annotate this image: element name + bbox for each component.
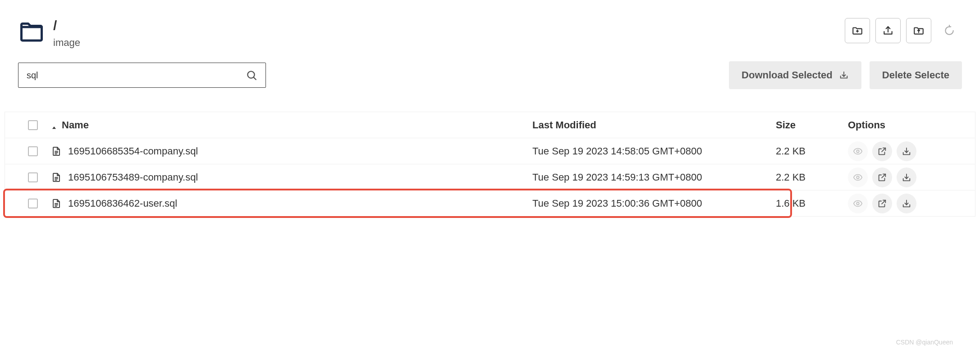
svg-point-8 [856,150,859,153]
table-header: Name Last Modified Size Options [5,112,975,138]
row-checkbox[interactable] [28,199,38,208]
upload-folder-button[interactable] [906,18,931,43]
col-options-label: Options [848,119,885,131]
download-button[interactable] [897,141,916,161]
table-row[interactable]: 1695106685354-company.sqlTue Sep 19 2023… [5,138,975,164]
bulk-actions: Download Selected Delete Selecte [729,61,962,89]
svg-marker-4 [52,127,56,129]
delete-selected-label: Delete Selecte [882,69,949,81]
file-icon [51,146,62,157]
path-root[interactable]: / [53,18,80,33]
table-row[interactable]: 1695106753489-company.sqlTue Sep 19 2023… [5,164,975,190]
col-modified-label: Last Modified [532,119,596,131]
file-name: 1695106685354-company.sql [68,145,198,157]
delete-selected-button[interactable]: Delete Selecte [870,61,962,89]
download-selected-label: Download Selected [742,69,833,81]
file-icon [51,198,62,209]
select-all-checkbox[interactable] [28,120,38,130]
file-size: 2.2 KB [776,172,806,183]
sort-asc-icon [51,122,57,128]
path-sub[interactable]: image [53,37,80,49]
controls-row: Download Selected Delete Selecte [0,49,980,89]
top-bar: / image [0,0,980,49]
upload-button[interactable] [875,18,901,43]
new-folder-button[interactable] [845,18,870,43]
download-button[interactable] [897,167,916,187]
row-checkbox[interactable] [28,146,38,156]
refresh-button[interactable] [937,18,962,43]
row-checkbox[interactable] [28,172,38,182]
file-size: 1.6 KB [776,198,806,209]
svg-point-16 [856,202,859,205]
preview-button[interactable] [848,167,868,187]
file-modified: Tue Sep 19 2023 15:00:36 GMT+0800 [532,198,702,209]
toolbar-actions [845,18,962,43]
svg-line-3 [254,77,256,80]
share-button[interactable] [872,141,892,161]
download-selected-button[interactable]: Download Selected [729,61,861,89]
preview-button[interactable] [848,141,868,161]
col-name-header[interactable]: Name [51,119,532,131]
table-row[interactable]: 1695106836462-user.sqlTue Sep 19 2023 15… [5,190,975,217]
breadcrumb: / image [18,18,80,49]
search-input[interactable] [27,70,246,81]
search-box[interactable] [18,63,266,88]
svg-point-12 [856,176,859,179]
file-size: 2.2 KB [776,145,806,157]
download-button[interactable] [897,194,916,213]
share-button[interactable] [872,167,892,187]
preview-button[interactable] [848,194,868,213]
col-name-label: Name [62,119,89,131]
path-block: / image [53,18,80,49]
file-name: 1695106753489-company.sql [68,172,198,183]
file-table: Name Last Modified Size Options 16951066… [5,112,975,217]
file-modified: Tue Sep 19 2023 14:59:13 GMT+0800 [532,172,702,183]
file-name: 1695106836462-user.sql [68,198,177,209]
file-modified: Tue Sep 19 2023 14:58:05 GMT+0800 [532,145,702,157]
file-icon [51,172,62,183]
col-size-label: Size [776,119,796,131]
search-icon [246,69,257,81]
folder-icon [18,18,45,45]
share-button[interactable] [872,194,892,213]
watermark: CSDN @qianQueen [896,339,953,346]
